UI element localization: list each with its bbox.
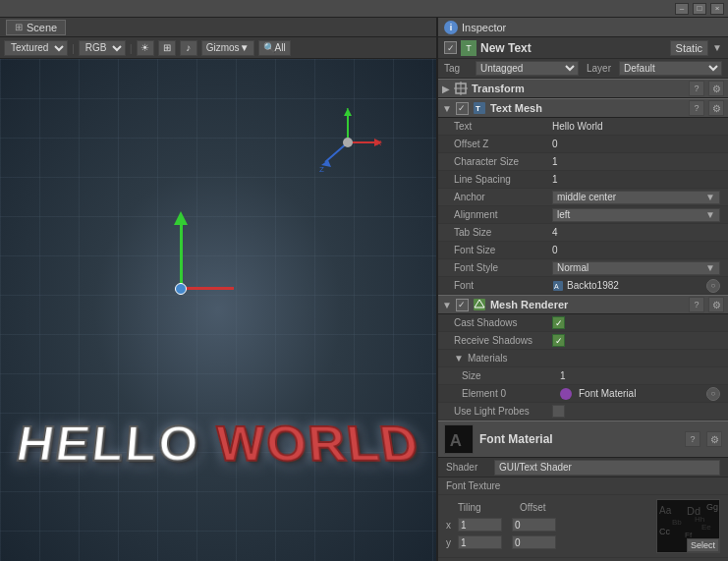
prop-materials-size: Size 1 — [438, 367, 728, 385]
tiling-y-input[interactable] — [458, 535, 502, 549]
svg-text:Hh: Hh — [695, 515, 704, 524]
meshrenderer-component-header[interactable]: ▼ ✓ Mesh Renderer ? ⚙ — [438, 295, 728, 314]
anchor-dropdown-arrow: ▼ — [705, 192, 715, 202]
prop-materials-size-value: 1 — [560, 370, 720, 381]
inspector-title: Inspector — [462, 22, 506, 33]
prop-tab-size-value: 4 — [552, 227, 720, 238]
maximize-button[interactable]: □ — [693, 3, 706, 15]
transform-name: Transform — [472, 83, 685, 94]
textmesh-component-header[interactable]: ▼ ✓ T Text Mesh ? ⚙ — [438, 98, 728, 118]
meshrenderer-icon — [473, 298, 486, 311]
inspector-body: ✓ T New Text Static ▼ Tag Untagged Layer… — [438, 37, 728, 561]
meshrenderer-info-btn[interactable]: ? — [689, 297, 704, 312]
shading-mode-select[interactable]: Textured — [4, 40, 68, 56]
transform-info-btn[interactable]: ? — [689, 81, 704, 96]
transform-component-header[interactable]: ▶ Transform ? ⚙ — [438, 79, 728, 98]
texture-select-btn[interactable]: Select — [687, 538, 719, 552]
material-icon — [560, 388, 572, 400]
sun-btn[interactable]: ☀ — [137, 40, 154, 56]
grid-btn[interactable]: ⊞ — [158, 40, 176, 56]
textmesh-collapse-arrow: ▼ — [442, 103, 452, 114]
prop-font-size-label: Font Size — [454, 245, 552, 255]
prop-cast-shadows-value: ✓ — [552, 316, 720, 329]
font-texture-section: Tiling Offset x y — [438, 495, 728, 558]
svg-text:X: X — [376, 139, 382, 147]
prop-line-spacing-value: 1 — [552, 174, 720, 185]
prop-cast-shadows: Cast Shadows ✓ — [438, 314, 728, 332]
tiling-x-input[interactable] — [458, 518, 502, 532]
hw-letter-l1: L — [88, 416, 128, 473]
prop-use-light-probes: Use Light Probes — [438, 403, 728, 421]
search-btn[interactable]: 🔍 All — [258, 40, 291, 56]
object-type-icon: T — [461, 40, 476, 56]
inspector-header: i Inspector — [438, 18, 728, 37]
font-select-btn[interactable]: ○ — [706, 279, 720, 293]
object-header-row: ✓ T New Text Static ▼ — [438, 37, 728, 59]
scene-panel: ⊞ Scene Textured | RGB | ☀ ⊞ ♪ Gizmos ▼ … — [0, 18, 438, 561]
offset-y-input[interactable] — [512, 535, 556, 549]
audio-btn[interactable]: ♪ — [180, 40, 197, 56]
offset-x-input[interactable] — [512, 518, 556, 532]
textmesh-active-checkbox[interactable]: ✓ — [456, 102, 469, 115]
receive-shadows-check[interactable]: ✓ — [552, 334, 565, 347]
prop-element-0-label: Element 0 — [462, 388, 560, 399]
svg-text:Z: Z — [319, 165, 324, 174]
hello-world-3d: H E L L O W O R L D — [15, 416, 422, 473]
use-light-probes-check[interactable] — [552, 405, 565, 418]
font-mat-info-btn[interactable]: ? — [685, 431, 700, 447]
materials-collapse-arrow: ▼ — [454, 353, 464, 364]
minimize-button[interactable]: – — [675, 3, 689, 15]
tiling-x-row: x — [446, 517, 648, 533]
prop-alignment-value[interactable]: left ▼ — [552, 208, 720, 222]
material-select-btn[interactable]: ○ — [706, 387, 720, 401]
center-dot-handle[interactable] — [175, 283, 187, 295]
svg-point-6 — [343, 138, 353, 147]
scene-header: ⊞ Scene — [0, 18, 436, 37]
tag-select[interactable]: Untagged — [476, 61, 579, 76]
y-arrow-handle[interactable] — [174, 211, 188, 225]
close-button[interactable]: × — [710, 3, 724, 15]
cast-shadows-check[interactable]: ✓ — [552, 316, 565, 329]
color-mode-select[interactable]: RGB — [79, 40, 126, 56]
prop-element-0: Element 0 Font Material ○ — [438, 385, 728, 403]
prop-anchor-label: Anchor — [454, 192, 552, 202]
hw-letter-w: W — [216, 416, 267, 473]
prop-anchor-value[interactable]: middle center ▼ — [552, 191, 720, 204]
textmesh-settings-btn[interactable]: ⚙ — [708, 100, 724, 116]
svg-text:T: T — [476, 104, 480, 113]
textmesh-info-btn[interactable]: ? — [689, 100, 704, 116]
prop-font-style-label: Font Style — [454, 262, 552, 273]
orientation-gizmo: Y X Z — [313, 108, 382, 177]
transform-settings-btn[interactable]: ⚙ — [708, 81, 724, 96]
prop-text-label: Text — [454, 121, 552, 132]
static-button[interactable]: Static — [670, 40, 709, 56]
static-dropdown-arrow[interactable]: ▼ — [712, 42, 722, 53]
scene-tab[interactable]: ⊞ Scene — [6, 20, 66, 35]
prop-offset-z-label: Offset Z — [454, 139, 552, 149]
prop-font-style-value[interactable]: Normal ▼ — [552, 261, 720, 275]
gizmos-btn[interactable]: Gizmos ▼ — [201, 40, 254, 56]
prop-font-style: Font Style Normal ▼ — [438, 259, 728, 277]
x-axis-handle[interactable] — [180, 287, 234, 290]
meshrenderer-settings-btn[interactable]: ⚙ — [708, 297, 724, 312]
prop-tab-size: Tab Size 4 — [438, 224, 728, 242]
scene-tab-icon: ⊞ — [15, 22, 23, 32]
offset-col-label: Offset — [520, 502, 579, 513]
font-texture-label-row: Font Texture — [438, 477, 728, 495]
hw-letter-space — [199, 416, 216, 473]
materials-label: Materials — [468, 353, 566, 364]
font-mat-settings-btn[interactable]: ⚙ — [706, 431, 722, 447]
font-texture-preview: Aa Bb Cc Dd Ee Ff Gg Hh Select — [656, 499, 720, 553]
window-top-bar: – □ × — [0, 0, 728, 18]
svg-text:A: A — [554, 283, 559, 290]
object-active-checkbox[interactable]: ✓ — [444, 41, 457, 54]
prop-char-size-value: 1 — [552, 156, 720, 167]
toolbar-separator-1: | — [72, 42, 75, 54]
meshrenderer-active-checkbox[interactable]: ✓ — [456, 299, 469, 311]
scene-viewport[interactable]: H E L L O W O R L D — [0, 59, 436, 561]
shader-value[interactable]: GUI/Text Shader — [494, 460, 720, 476]
y-axis-handle[interactable] — [180, 221, 183, 290]
alignment-dropdown-arrow: ▼ — [705, 209, 715, 220]
inspector-icon: i — [444, 21, 458, 34]
layer-select[interactable]: Default — [619, 61, 722, 76]
